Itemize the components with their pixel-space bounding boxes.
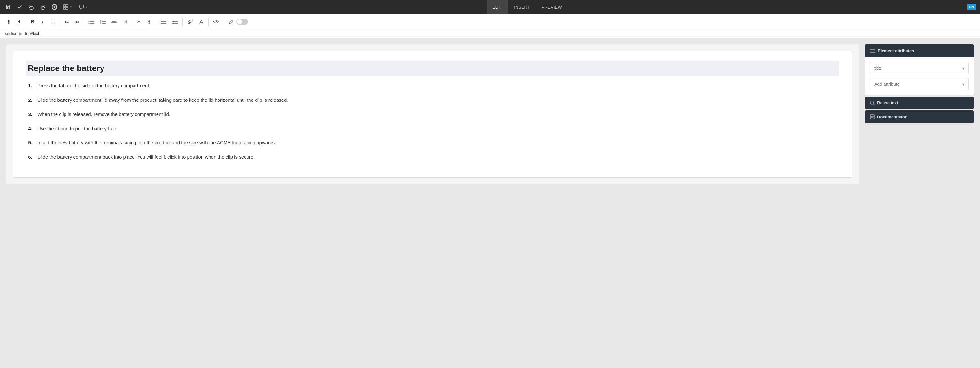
svg-point-10 bbox=[89, 23, 90, 24]
list-item: 2. Slide the battery compartment lid awa… bbox=[26, 97, 839, 104]
step-text: Slide the battery compartment back into … bbox=[37, 154, 255, 161]
step-number: 5. bbox=[26, 139, 32, 147]
toolbar-divider-7 bbox=[208, 17, 208, 26]
element-attributes-body: title bbox=[865, 57, 974, 95]
toolbar-divider-5 bbox=[156, 17, 156, 26]
outdent-button[interactable] bbox=[170, 17, 180, 27]
reuse-text-label: Reuse text bbox=[877, 101, 898, 105]
step-text: Slide the battery compartment lid away f… bbox=[37, 97, 288, 104]
subscript-button[interactable]: x2 bbox=[72, 17, 82, 27]
tab-preview[interactable]: PREVIEW bbox=[536, 0, 568, 14]
redo-button[interactable] bbox=[38, 3, 47, 11]
toolbar-divider-6 bbox=[182, 17, 183, 26]
list-item: 4. Use the ribbon to pull the battery fr… bbox=[26, 125, 839, 133]
svg-rect-1 bbox=[64, 5, 65, 7]
code-button[interactable]: </> bbox=[210, 17, 222, 27]
step-text: Press the tab on the side of the battery… bbox=[37, 82, 150, 90]
toolbar-divider-2 bbox=[60, 17, 60, 26]
breadcrumb-separator: ▶ bbox=[19, 31, 23, 36]
svg-point-8 bbox=[89, 19, 90, 21]
element-attributes-title: Element attributes bbox=[878, 48, 914, 53]
heading-button[interactable]: H bbox=[14, 17, 24, 27]
list-item: 3. When the clip is released, remove the… bbox=[26, 111, 839, 118]
step-text: Insert the new battery with the terminal… bbox=[37, 139, 276, 147]
documentation-section[interactable]: Documentation bbox=[865, 110, 974, 123]
italic-button[interactable]: I bbox=[38, 17, 48, 27]
ordered-list-button[interactable]: 1.2.3. bbox=[97, 17, 108, 27]
documentation-icon bbox=[870, 114, 875, 119]
toolbar-divider-3 bbox=[84, 17, 84, 26]
tab-group: EDIT INSERT PREVIEW bbox=[487, 0, 568, 14]
step-number: 1. bbox=[26, 82, 32, 90]
svg-text:3.: 3. bbox=[100, 23, 101, 24]
right-panel: Element attributes title Reuse text Docu bbox=[865, 45, 974, 123]
underline-button[interactable]: U bbox=[48, 17, 58, 27]
tab-edit[interactable]: EDIT bbox=[487, 0, 509, 14]
list-item: 1. Press the tab on the side of the batt… bbox=[26, 82, 839, 90]
breadcrumb: section ▶ title#text bbox=[0, 29, 980, 38]
svg-point-30 bbox=[870, 101, 873, 104]
attribute-select[interactable]: title bbox=[870, 62, 969, 74]
toolbar-divider-4 bbox=[132, 17, 132, 26]
tab-insert[interactable]: INSERT bbox=[508, 0, 536, 14]
step-list: 1. Press the tab on the side of the batt… bbox=[26, 82, 839, 161]
indent-button[interactable] bbox=[158, 17, 169, 27]
element-attributes-header: Element attributes bbox=[865, 45, 974, 57]
add-attribute-wrapper bbox=[870, 78, 969, 90]
step-text: Use the ribbon to pull the battery free. bbox=[37, 125, 118, 133]
breadcrumb-current: title#text bbox=[25, 31, 39, 36]
documentation-label: Documentation bbox=[877, 115, 907, 119]
text-cursor bbox=[105, 64, 105, 73]
reuse-text-section[interactable]: Reuse text bbox=[865, 97, 974, 109]
attribute-select-wrapper: title bbox=[870, 62, 969, 74]
reuse-text-icon bbox=[870, 101, 875, 105]
attributes-icon bbox=[870, 49, 875, 53]
main-layout: Replace the battery 1. Press the tab on … bbox=[0, 38, 980, 190]
align-center-button[interactable] bbox=[109, 17, 120, 27]
step-number: 6. bbox=[26, 154, 32, 161]
element-attributes-section: Element attributes title bbox=[865, 45, 974, 95]
svg-point-9 bbox=[89, 21, 90, 22]
bold-button[interactable]: B bbox=[28, 17, 37, 27]
svg-rect-4 bbox=[66, 7, 68, 9]
toolbar-divider-1 bbox=[25, 17, 26, 26]
step-number: 2. bbox=[26, 97, 32, 104]
settings-button[interactable] bbox=[50, 3, 59, 11]
editor-title[interactable]: Replace the battery bbox=[26, 61, 839, 76]
unordered-list-button[interactable] bbox=[86, 17, 97, 27]
comment-button[interactable] bbox=[77, 3, 90, 11]
breadcrumb-parent: section bbox=[5, 31, 17, 36]
language-badge: EN bbox=[967, 4, 976, 10]
step-text: When the clip is released, remove the ba… bbox=[37, 111, 170, 118]
top-toolbar: EDIT INSERT PREVIEW EN bbox=[0, 0, 980, 14]
style-button[interactable] bbox=[196, 17, 206, 27]
step-number: 3. bbox=[26, 111, 32, 118]
link-button[interactable] bbox=[185, 17, 196, 27]
selected-attribute-value: title bbox=[874, 66, 881, 71]
paragraph-button[interactable]: ¶ bbox=[4, 17, 13, 27]
title-text: Replace the battery bbox=[28, 63, 105, 73]
svg-point-0 bbox=[54, 6, 55, 8]
layout-button[interactable] bbox=[61, 3, 75, 11]
list-item: 6. Slide the battery compartment back in… bbox=[26, 154, 839, 161]
toggle-switch[interactable] bbox=[236, 19, 248, 25]
save-button[interactable] bbox=[4, 3, 13, 11]
content-area: Replace the battery 1. Press the tab on … bbox=[6, 45, 859, 184]
pen-button[interactable] bbox=[226, 17, 236, 27]
undo-button[interactable] bbox=[27, 3, 36, 11]
svg-rect-3 bbox=[64, 7, 65, 9]
cut-button[interactable]: ✂ bbox=[134, 17, 144, 27]
check-button[interactable] bbox=[15, 3, 24, 11]
superscript-button[interactable]: x2 bbox=[62, 17, 72, 27]
svg-rect-2 bbox=[66, 5, 68, 7]
step-number: 4. bbox=[26, 125, 32, 133]
list-item: 5. Insert the new battery with the termi… bbox=[26, 139, 839, 147]
svg-line-31 bbox=[873, 104, 875, 105]
add-attribute-input[interactable] bbox=[870, 78, 969, 90]
pin-button[interactable] bbox=[145, 17, 154, 27]
editor-box[interactable]: Replace the battery 1. Press the tab on … bbox=[13, 51, 852, 178]
format-toolbar: ¶ H B I U x2 x2 1.2.3. ☑ ✂ </> bbox=[0, 14, 980, 29]
task-list-button[interactable]: ☑ bbox=[121, 17, 130, 27]
